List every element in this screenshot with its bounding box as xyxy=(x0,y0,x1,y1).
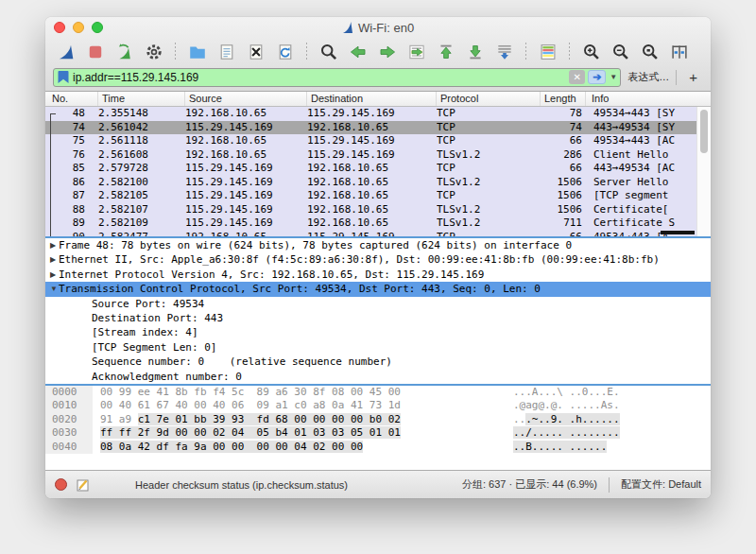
title-area: Wi-Fi: en0 xyxy=(45,17,711,38)
hex-ascii: ...A...\ ..0...E. xyxy=(513,386,620,399)
cell-source: 115.29.145.169 xyxy=(185,176,307,190)
zoom-reset-button[interactable] xyxy=(637,41,662,63)
column-header-no[interactable]: No. xyxy=(45,92,98,106)
packet-row[interactable]: 902.582477192.168.10.65115.29.145.169TCP… xyxy=(45,231,711,237)
protocol-tree-item[interactable]: ▶Frame 48: 78 bytes on wire (624 bits), … xyxy=(45,238,711,252)
hex-row[interactable]: 001000 40 61 67 40 00 40 06 09 a1 c0 a8 … xyxy=(45,399,711,412)
hex-ascii: ...~..9. .h...... xyxy=(513,413,620,426)
capture-options-icon xyxy=(145,43,163,61)
packet-row[interactable]: 752.561118192.168.10.65115.29.145.169TCP… xyxy=(45,134,711,148)
cell-source: 115.29.145.169 xyxy=(185,216,307,231)
cell-info: 49534→443 [AC xyxy=(586,134,711,148)
stop-capture-icon xyxy=(86,43,105,61)
column-header-time[interactable]: Time xyxy=(98,92,185,106)
open-file-button[interactable] xyxy=(184,41,210,63)
packet-row[interactable]: 852.579728115.29.145.169192.168.10.65TCP… xyxy=(45,162,711,176)
go-forward-button[interactable] xyxy=(374,41,400,63)
resize-columns-icon xyxy=(670,43,689,61)
colorize-button[interactable] xyxy=(535,41,560,63)
collapsed-triangle-icon[interactable]: ▶ xyxy=(45,238,59,252)
collapsed-triangle-icon[interactable]: ▶ xyxy=(45,268,59,282)
filter-apply-icon[interactable]: ➔ xyxy=(588,70,606,84)
packet-row[interactable]: 482.355148192.168.10.65115.29.145.169TCP… xyxy=(45,107,711,121)
protocol-tree-item[interactable]: ▶Internet Protocol Version 4, Src: 192.1… xyxy=(45,268,711,282)
expression-button[interactable]: 表达式… xyxy=(627,70,669,84)
protocol-tree-item[interactable]: [TCP Segment Len: 0] xyxy=(45,340,711,355)
column-header-info[interactable]: Info xyxy=(586,92,711,106)
stop-capture-button[interactable] xyxy=(82,41,108,63)
toolbar-separator xyxy=(306,43,307,61)
save-file-button[interactable] xyxy=(214,41,239,63)
column-header-protocol[interactable]: Protocol xyxy=(437,92,541,106)
status-bar: Header checksum status (ip.checksum.stat… xyxy=(45,470,711,498)
status-profile[interactable]: 配置文件: Default xyxy=(621,477,701,492)
go-to-packet-button[interactable] xyxy=(404,41,429,63)
cell-length: 66 xyxy=(541,162,586,176)
cell-time: 2.582477 xyxy=(98,231,185,237)
filter-input[interactable] xyxy=(73,71,569,84)
packet-row[interactable]: 762.561608192.168.10.65115.29.145.169TLS… xyxy=(45,148,711,163)
cell-length: 74 xyxy=(541,121,586,135)
cell-info: 443→49534 [SY xyxy=(586,121,711,135)
go-first-icon xyxy=(437,43,455,61)
capture-comment-icon[interactable] xyxy=(77,478,90,492)
cell-length: 1506 xyxy=(541,189,586,203)
protocol-tree-item[interactable]: ▶Ethernet II, Src: Apple_a6:30:8f (f4:5c… xyxy=(45,252,711,267)
hex-row[interactable]: 0030ff ff 2f 9d 00 00 02 04 05 b4 01 03 … xyxy=(45,426,711,440)
filter-history-caret-icon[interactable]: ▼ xyxy=(610,73,617,81)
protocol-tree-item[interactable]: ▼Transmission Control Protocol, Src Port… xyxy=(45,282,711,296)
hex-ascii: .@ag@.@. .....As. xyxy=(513,399,620,412)
hex-row[interactable]: 000000 99 ee 41 8b fb f4 5c 89 a6 30 8f … xyxy=(45,386,711,399)
cell-protocol: TLSv1.2 xyxy=(437,148,541,163)
hex-row[interactable]: 004008 0a 42 df fa 9a 00 00 00 00 04 02 … xyxy=(45,441,711,454)
column-header-length[interactable]: Length xyxy=(541,92,586,106)
filter-field[interactable]: ✕ ➔ ▼ xyxy=(53,68,621,87)
related-packets-bracket xyxy=(50,113,56,236)
find-packet-button[interactable] xyxy=(316,41,341,63)
column-header-destination[interactable]: Destination xyxy=(307,92,437,106)
cell-source: 115.29.145.169 xyxy=(185,121,307,135)
filter-clear-icon[interactable]: ✕ xyxy=(569,70,585,84)
expert-info-icon[interactable] xyxy=(55,478,67,491)
protocol-tree-item[interactable]: Source Port: 49534 xyxy=(45,297,711,311)
protocol-tree-item[interactable]: Sequence number: 0 (relative sequence nu… xyxy=(45,355,711,369)
protocol-tree-item[interactable]: Acknowledgment number: 0 xyxy=(45,370,711,384)
scrollbar-thumb[interactable] xyxy=(700,110,708,153)
go-first-button[interactable] xyxy=(433,41,458,63)
protocol-tree-item[interactable]: [Stream index: 4] xyxy=(45,325,711,339)
zoom-in-button[interactable] xyxy=(578,41,604,63)
toolbar xyxy=(45,38,711,66)
packet-row[interactable]: 892.582109115.29.145.169192.168.10.65TLS… xyxy=(45,216,711,231)
tree-item-text: Source Port: 49534 xyxy=(92,297,204,311)
horizontal-scroll-indicator[interactable] xyxy=(661,231,695,234)
packet-row[interactable]: 872.582105115.29.145.169192.168.10.65TCP… xyxy=(45,189,711,203)
protocol-tree-item[interactable]: Destination Port: 443 xyxy=(45,311,711,325)
cell-length: 78 xyxy=(541,107,586,121)
packet-row[interactable]: 742.561042115.29.145.169192.168.10.65TCP… xyxy=(45,121,711,135)
close-file-button[interactable] xyxy=(243,41,268,63)
reload-file-button[interactable] xyxy=(272,41,298,63)
add-filter-button[interactable]: + xyxy=(683,69,703,85)
packet-row[interactable]: 862.582100115.29.145.169192.168.10.65TLS… xyxy=(45,176,711,190)
hex-row[interactable]: 002091 a9 c1 7e 01 bb 39 93 fd 68 00 00 … xyxy=(45,413,711,426)
collapsed-triangle-icon[interactable]: ▶ xyxy=(45,252,59,267)
start-capture-button[interactable] xyxy=(53,41,78,63)
auto-scroll-button[interactable] xyxy=(491,41,517,63)
colorize-icon xyxy=(539,43,558,61)
restart-capture-button[interactable] xyxy=(112,41,137,63)
tree-item-text: Sequence number: 0 (relative sequence nu… xyxy=(92,355,392,369)
packet-row[interactable]: 882.582107115.29.145.169192.168.10.65TLS… xyxy=(45,203,711,217)
column-header-source[interactable]: Source xyxy=(185,92,307,106)
resize-columns-button[interactable] xyxy=(666,41,692,63)
zoom-in-icon xyxy=(582,43,601,61)
packet-list-scrollbar[interactable] xyxy=(696,107,711,236)
cell-source: 192.168.10.65 xyxy=(185,231,307,237)
bookmark-icon[interactable] xyxy=(58,70,69,84)
capture-options-button[interactable] xyxy=(141,41,166,63)
restart-capture-icon xyxy=(115,43,134,61)
go-back-button[interactable] xyxy=(345,41,370,63)
go-last-button[interactable] xyxy=(462,41,488,63)
zoom-out-button[interactable] xyxy=(608,41,633,63)
close-file-icon xyxy=(247,43,266,61)
expanded-triangle-icon[interactable]: ▼ xyxy=(45,282,59,296)
